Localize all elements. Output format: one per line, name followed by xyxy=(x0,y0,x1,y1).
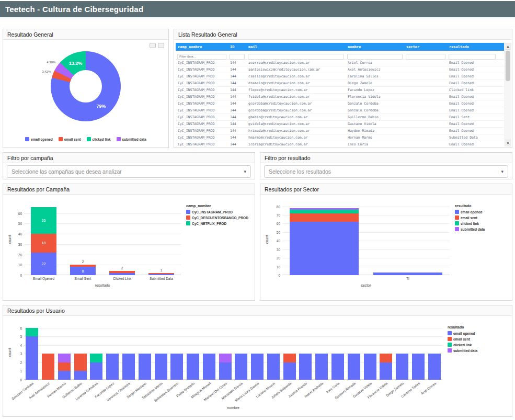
table-cell: Submitted Data xyxy=(447,135,497,140)
table-row[interactable]: CyC_INSTAGRAM_PROD144icoria@creditoycauc… xyxy=(176,141,504,147)
table-cell: Email Sent xyxy=(447,115,497,119)
filter-input-camp_nombre[interactable] xyxy=(177,54,226,60)
table-cell: Email Opened xyxy=(447,129,497,133)
table-row[interactable]: CyC_INSTAGRAM_PROD144hmarmo@creditoycauc… xyxy=(176,134,504,141)
table-row[interactable]: CyC_INSTAGRAM_PROD144gvidela@creditoycau… xyxy=(176,121,504,128)
legend-item-clicked-link[interactable]: clicked link xyxy=(448,343,500,347)
column-header-resultado[interactable]: resultado xyxy=(447,45,497,49)
column-header-sector[interactable]: sector xyxy=(404,45,447,49)
legend-item-CyC_NETFLIX_PROD[interactable]: CyC_NETFLIX_PROD xyxy=(186,221,255,225)
x-axis-labels: Gonzalo CordobaAxel AntosiewiczHernan Ma… xyxy=(24,380,442,406)
table-cell: hrimada@creditoycaucion.com.ar xyxy=(246,129,346,133)
table-cell: Ariel Correa xyxy=(346,61,404,65)
plot-area[interactable]: 2218268221 xyxy=(24,203,181,275)
table-row[interactable]: CyC_INSTAGRAM_PROD144fvidela@creditoycau… xyxy=(176,94,504,100)
legend-item-email-sent[interactable]: email sent xyxy=(455,215,510,220)
table-row[interactable]: CyC_INSTAGRAM_PROD144aantosiewicz@credit… xyxy=(176,66,504,73)
y-tick-label: 0 xyxy=(20,378,22,382)
bar-segment xyxy=(219,354,232,362)
y-tick-label: 10 xyxy=(18,263,22,267)
y-axis-title-text: count xyxy=(266,234,269,243)
plot-area[interactable] xyxy=(24,324,442,380)
bar-chart-main: 01020304050602218268221Email OpenedEmail… xyxy=(14,203,181,287)
legend-label: email opened xyxy=(31,138,53,141)
table-row[interactable]: CyC_INSTAGRAM_PROD144csalles@creditoycau… xyxy=(176,73,504,80)
panel-filtro-resultado-header: Filtro por resultado xyxy=(260,153,512,163)
plot-area[interactable] xyxy=(282,203,450,275)
filter-input-resultado[interactable] xyxy=(449,54,496,60)
y-tick-label: 60 xyxy=(18,211,22,215)
pie-slice-label: 4.38% xyxy=(47,61,55,64)
filter-input-sector[interactable] xyxy=(406,54,445,60)
column-header-mail[interactable]: mail xyxy=(246,45,346,49)
legend-item-submitted-data[interactable]: submitted data xyxy=(117,137,146,141)
bar-value-label: 26 xyxy=(42,219,46,222)
plotly-logo-icon[interactable] xyxy=(158,43,164,48)
table-cell: Email Opened xyxy=(447,81,497,85)
table-cell: hmarmo@creditoycaucion.com.ar xyxy=(246,135,346,140)
y-tick-label: 60 xyxy=(277,222,280,225)
legend-item-email-opened[interactable]: email opened xyxy=(25,137,53,141)
column-header-ID[interactable]: ID xyxy=(228,45,246,49)
panel-resultados-sector-header: Resultados por Sector xyxy=(260,184,512,195)
legend-swatch xyxy=(25,137,29,141)
filtro-resultado-body: Seleccione los resultados ▾ xyxy=(260,163,512,180)
legend-item-submitted-data[interactable]: submitted data xyxy=(455,227,510,231)
scrollbar-thumb[interactable] xyxy=(506,51,510,81)
x-axis-labels: Email OpenedEmail SentClicked LinkSubmit… xyxy=(24,275,181,282)
scroll-up-icon[interactable]: ▲ xyxy=(505,43,511,50)
table-row[interactable]: CyC_INSTAGRAM_PROD144gcordoba@creditoyca… xyxy=(176,100,504,107)
legend-item-submitted-data[interactable]: submitted data xyxy=(448,348,500,353)
table-cell: gcordoba@creditoycaucion.com.ar xyxy=(246,101,346,106)
x-tick-label: Email Sent xyxy=(63,277,102,280)
campaign-select[interactable]: Seleccione las campañas que desea analiz… xyxy=(7,165,251,178)
table-row[interactable]: CyC_INSTAGRAM_PROD144dzamelo@creditoycau… xyxy=(176,80,504,87)
filter-cell-resultado xyxy=(447,50,497,60)
table-row[interactable]: CyC_INSTAGRAM_PROD144gcordoba@creditoyca… xyxy=(176,107,504,114)
legend-item-clicked-link[interactable]: clicked link xyxy=(455,221,510,225)
filter-input-nombre[interactable] xyxy=(347,54,403,60)
table-cell: 144 xyxy=(228,129,246,133)
panel-title: Resultado General xyxy=(7,31,53,38)
legend-swatch xyxy=(186,215,190,220)
filter-input-mail[interactable] xyxy=(248,54,344,60)
y-tick-label: 20 xyxy=(18,253,22,256)
table-cell: flopez@creditoycaucion.com.ar xyxy=(246,88,346,92)
table-row[interactable]: CyC_INSTAGRAM_PROD144flopez@creditoycauc… xyxy=(176,87,504,94)
panel-resultado-general-header: Resultado General xyxy=(3,29,168,40)
legend-item-email-sent[interactable]: email sent xyxy=(59,137,81,141)
legend-item-email-opened[interactable]: email opened xyxy=(448,331,500,335)
legend-label: email opened xyxy=(461,210,483,214)
bar-top-label: 1 xyxy=(148,268,175,272)
table-cell: Email Opened xyxy=(447,101,497,106)
legend-item-email-sent[interactable]: email sent xyxy=(448,337,500,341)
result-select[interactable]: Seleccione los resultados ▾ xyxy=(264,165,508,178)
legend-item-clicked-link[interactable]: clicked link xyxy=(87,137,111,141)
table-row[interactable]: CyC_INSTAGRAM_PROD144hrimada@creditoycau… xyxy=(176,128,504,134)
x-tick-label: Submitted Data xyxy=(142,277,181,280)
legend-item-email-opened[interactable]: email opened xyxy=(455,210,510,214)
table-cell: 144 xyxy=(228,67,246,72)
table-scrollbar[interactable]: ▲ ▼ xyxy=(505,43,511,146)
legend-swatch xyxy=(455,210,459,214)
legend-item-CyC_INSTAGRAM_PROD[interactable]: CyC_INSTAGRAM_PROD xyxy=(186,210,255,214)
table-cell: 144 xyxy=(228,95,246,99)
column-header-nombre[interactable]: nombre xyxy=(346,45,404,49)
column-header-camp_nombre[interactable]: camp_nombre xyxy=(176,45,228,49)
y-tick-label: 3 xyxy=(20,352,22,356)
scroll-down-icon[interactable]: ▼ xyxy=(505,140,511,146)
bar-segment: 26 xyxy=(31,207,57,234)
y-tick-label: 40 xyxy=(277,239,280,243)
table-cell: Email Opened xyxy=(447,122,497,126)
table-row[interactable]: CyC_INSTAGRAM_PROD144acorrea@creditoycau… xyxy=(176,60,504,66)
table-cell: csalles@creditoycaucion.com.ar xyxy=(246,74,346,78)
y-axis: 0102030405060 xyxy=(14,203,24,275)
table-cell: Gonzalo Cordoba xyxy=(346,108,404,112)
filter-input-ID[interactable] xyxy=(230,54,245,60)
legend-item-CyC_DESCUENTOSBANCO_PROD[interactable]: CyC_DESCUENTOSBANCO_PROD xyxy=(186,215,255,220)
bar-segment xyxy=(74,354,87,371)
table-row[interactable]: CyC_INSTAGRAM_PROD144gbabio@creditoycauc… xyxy=(176,114,504,121)
camera-icon[interactable] xyxy=(150,43,156,48)
table-cell: gvidela@creditoycaucion.com.ar xyxy=(246,122,346,126)
panel-title: Lista Resultado General xyxy=(178,31,237,38)
